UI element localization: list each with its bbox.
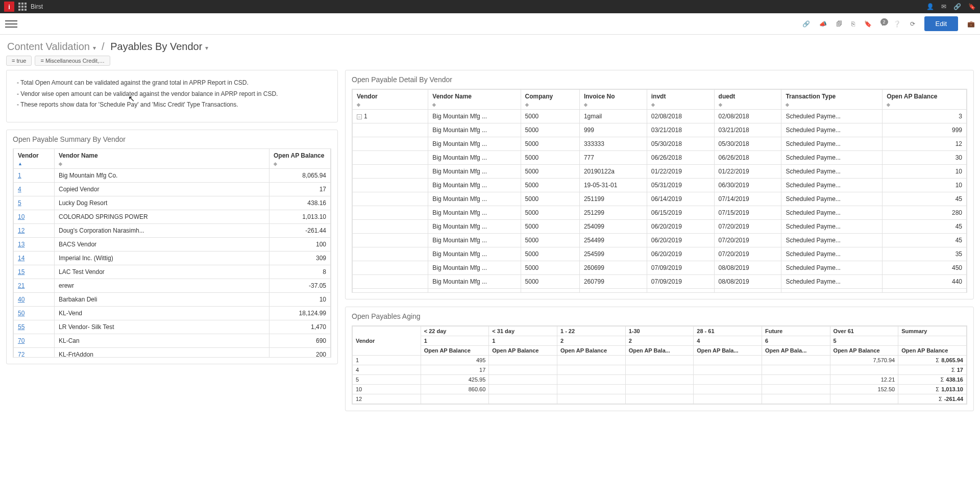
breadcrumb-current[interactable]: Payables By Vendor bbox=[110, 41, 202, 52]
cell: Scheduled Payme... bbox=[781, 289, 883, 293]
hamburger-menu-icon[interactable] bbox=[5, 18, 17, 30]
vendor-link[interactable]: 40 bbox=[18, 296, 24, 303]
edit-button[interactable]: Edit bbox=[924, 16, 958, 31]
brand-logo[interactable]: i bbox=[4, 2, 14, 12]
table-row[interactable]: 5425.9512.21Σ438.16 bbox=[353, 375, 967, 385]
briefcase-icon[interactable]: 💼 bbox=[967, 20, 975, 28]
vendor-link[interactable]: 70 bbox=[18, 337, 24, 344]
table-row[interactable]: 50 KL-Vend 18,124.99 bbox=[14, 306, 331, 320]
table-row[interactable]: 14957,570.94Σ8,065.94 bbox=[353, 356, 967, 365]
table-row[interactable]: Big Mountain Mfg ... 5000 251299 06/15/2… bbox=[353, 206, 967, 220]
announce-icon[interactable]: 📣 bbox=[819, 20, 827, 28]
table-row[interactable]: Big Mountain Mfg ... 5000 19-05-31-01 05… bbox=[353, 179, 967, 192]
table-row[interactable]: 1 Big Mountain Mfg Co. 8,065.94 bbox=[14, 168, 331, 182]
col-balance[interactable]: Open AP Balance◆ bbox=[270, 149, 331, 169]
vendor-name-cell: BACS Vendor bbox=[55, 237, 270, 251]
table-row[interactable]: Big Mountain Mfg ... 5000 260699 07/09/2… bbox=[353, 261, 967, 275]
user-icon[interactable]: 👤 bbox=[926, 3, 934, 10]
table-row[interactable]: 4 Copied Vendor 17 bbox=[14, 182, 331, 196]
table-row[interactable]: Big Mountain Mfg ... 5000 777 06/26/2018… bbox=[353, 151, 967, 165]
link-icon[interactable]: 🔗 bbox=[802, 20, 810, 28]
table-row[interactable]: 12Σ-261.44 bbox=[353, 394, 967, 404]
cell bbox=[489, 375, 557, 385]
vendor-link[interactable]: 72 bbox=[18, 351, 24, 358]
table-row[interactable]: 10860.60152.50Σ1,013.10 bbox=[353, 385, 967, 394]
table-row[interactable]: 5 Lucky Dog Resort 438.16 bbox=[14, 196, 331, 210]
table-row[interactable]: 15 LAC Test Vendor 8 bbox=[14, 265, 331, 279]
vendor-link[interactable]: 50 bbox=[18, 310, 24, 317]
table-row[interactable]: Big Mountain Mfg ... 5000 254599 06/20/2… bbox=[353, 247, 967, 261]
col-bucket-count: 6 bbox=[762, 336, 830, 346]
col-type[interactable]: Transaction Type◆ bbox=[781, 90, 883, 110]
table-row[interactable]: 72 KL-FrtAddon 200 bbox=[14, 347, 331, 358]
help-icon[interactable]: ❔ bbox=[893, 20, 901, 28]
export-icon[interactable]: ⎘ bbox=[851, 20, 855, 28]
group-row[interactable]: −1Big Mountain Mfg ...50001gmail02/08/20… bbox=[353, 110, 967, 123]
vendor-link[interactable]: 14 bbox=[18, 255, 24, 262]
copy-icon[interactable]: 🗐 bbox=[836, 20, 842, 28]
filter-chip[interactable]: = true bbox=[6, 56, 32, 66]
vendor-link[interactable]: 5 bbox=[18, 199, 21, 207]
col-invoice[interactable]: Invoice No◆ bbox=[579, 90, 647, 110]
summary-table-scroll[interactable]: Vendor▲ Vendor Name◆ Open AP Balance◆ 1 … bbox=[13, 148, 331, 358]
refresh-icon[interactable]: ⟳ bbox=[910, 20, 915, 28]
table-row[interactable]: 10 COLORADO SPRINGS POWER 1,013.10 bbox=[14, 210, 331, 223]
vendor-link[interactable]: 13 bbox=[18, 241, 24, 248]
col-bucket[interactable]: 1 - 22 bbox=[557, 326, 625, 336]
table-row[interactable]: Big Mountain Mfg ... 5000 260799 07/09/2… bbox=[353, 275, 967, 289]
table-row[interactable]: Big Mountain Mfg ... 5000 254099 06/20/2… bbox=[353, 220, 967, 234]
filter-chip[interactable]: = Miscellaneous Credit,… bbox=[35, 56, 110, 66]
col-balance[interactable]: Open AP Balance◆ bbox=[883, 90, 967, 110]
vendor-link[interactable]: 4 bbox=[18, 186, 21, 193]
table-row[interactable]: 12 Doug's Corporation Narasimh... -261.4… bbox=[14, 223, 331, 237]
col-bucket[interactable]: Future bbox=[762, 326, 830, 336]
table-row[interactable]: 14 Imperial Inc. (Wittig) 309 bbox=[14, 251, 331, 265]
table-row[interactable]: 417Σ17 bbox=[353, 365, 967, 375]
col-bucket[interactable]: Over 61 bbox=[830, 326, 898, 336]
bookmark-solid-icon[interactable]: 🔖 bbox=[968, 3, 976, 10]
col-bucket[interactable]: Summary bbox=[898, 326, 967, 336]
col-company[interactable]: Company◆ bbox=[521, 90, 579, 110]
share-icon[interactable]: 🔗 bbox=[953, 3, 961, 10]
table-row[interactable]: Big Mountain Mfg ... 5000 333333 05/30/2… bbox=[353, 137, 967, 151]
cell: Big Mountain Mfg ... bbox=[428, 137, 521, 151]
col-invdt[interactable]: invdt◆ bbox=[647, 90, 714, 110]
detail-table-scroll[interactable]: Vendor◆ Vendor Name◆ Company◆ Invoice No… bbox=[352, 89, 967, 293]
filter-icon[interactable]: ▾2 bbox=[881, 20, 884, 28]
col-vendor-name[interactable]: Vendor Name◆ bbox=[428, 90, 521, 110]
col-vendor[interactable]: Vendor◆ bbox=[353, 90, 428, 110]
col-bucket[interactable]: 1-30 bbox=[625, 326, 694, 336]
table-row[interactable]: 40 Barbakan Deli 10 bbox=[14, 292, 331, 306]
table-row[interactable]: 70 KL-Can 690 bbox=[14, 334, 331, 347]
apps-menu-icon[interactable] bbox=[18, 3, 27, 11]
col-duedt[interactable]: duedt◆ bbox=[714, 90, 781, 110]
cell: 3 bbox=[883, 110, 967, 123]
mail-icon[interactable]: ✉ bbox=[941, 3, 946, 10]
col-vendor-name[interactable]: Vendor Name◆ bbox=[55, 149, 270, 169]
cell bbox=[762, 375, 830, 385]
table-row[interactable]: 21 erewr -37.05 bbox=[14, 279, 331, 292]
col-bucket[interactable]: < 22 day bbox=[421, 326, 489, 336]
col-vendor[interactable]: Vendor bbox=[353, 326, 421, 356]
col-vendor[interactable]: Vendor▲ bbox=[14, 149, 55, 169]
table-row[interactable]: Big Mountain Mfg ... 5000 999 03/21/2018… bbox=[353, 123, 967, 137]
breadcrumb-root[interactable]: Content Validation bbox=[7, 41, 90, 52]
collapse-icon[interactable]: − bbox=[357, 114, 362, 119]
table-row[interactable]: Big Mountain Mfg ... 5000 262100 07/11/2… bbox=[353, 289, 967, 293]
vendor-link[interactable]: 12 bbox=[18, 227, 24, 234]
table-row[interactable]: 55 LR Vendor- Silk Test 1,470 bbox=[14, 320, 331, 334]
vendor-link[interactable]: 21 bbox=[18, 282, 24, 289]
col-bucket[interactable]: < 31 day bbox=[489, 326, 557, 336]
vendor-link[interactable]: 55 bbox=[18, 323, 24, 331]
col-bucket[interactable]: 28 - 61 bbox=[694, 326, 762, 336]
col-sub: Open AP Bala... bbox=[625, 346, 694, 356]
table-row[interactable]: Big Mountain Mfg ... 5000 251199 06/14/2… bbox=[353, 192, 967, 206]
vendor-link[interactable]: 1 bbox=[18, 172, 21, 179]
table-row[interactable]: 13 BACS Vendor 100 bbox=[14, 237, 331, 251]
aging-table-scroll[interactable]: Vendor< 22 day< 31 day1 - 221-3028 - 61F… bbox=[352, 325, 967, 405]
table-row[interactable]: Big Mountain Mfg ... 5000 254499 06/20/2… bbox=[353, 234, 967, 247]
vendor-link[interactable]: 10 bbox=[18, 213, 24, 220]
bookmark-icon[interactable]: 🔖 bbox=[864, 20, 872, 28]
table-row[interactable]: Big Mountain Mfg ... 5000 20190122a 01/2… bbox=[353, 165, 967, 179]
vendor-link[interactable]: 15 bbox=[18, 268, 24, 275]
